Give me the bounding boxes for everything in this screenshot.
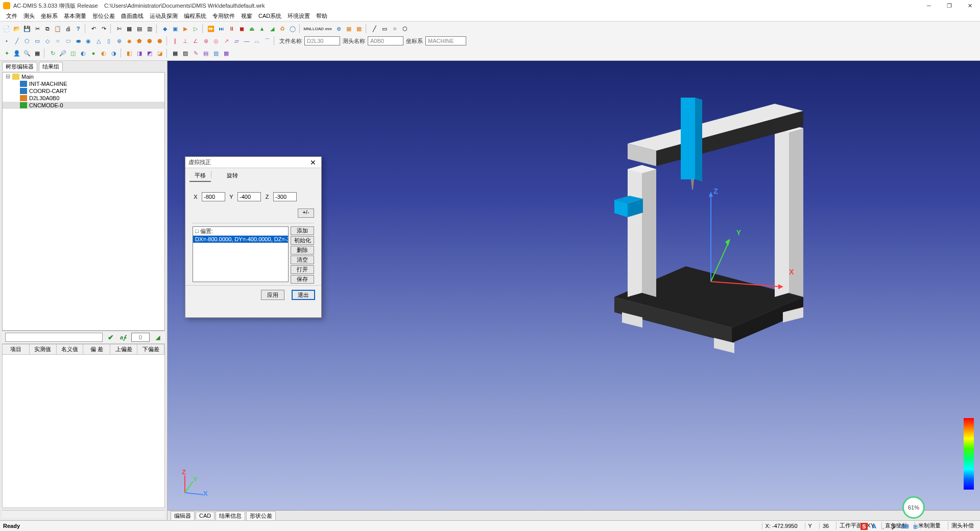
tb-c7-icon[interactable]: ◫ <box>68 49 78 58</box>
tree-item-cncmode[interactable]: CNCMODE-0 <box>3 102 164 109</box>
tb-mm-icon[interactable]: mm <box>324 24 333 33</box>
tb-m1-icon[interactable]: ▦ <box>171 49 180 58</box>
menu-window[interactable]: 视窗 <box>239 11 254 21</box>
tb-rect-icon[interactable]: ▭ <box>33 36 42 45</box>
tb-help-icon[interactable]: ? <box>74 24 83 33</box>
tb-table-icon[interactable]: ▥ <box>145 24 154 33</box>
tb-cyl-icon[interactable]: ⬭ <box>63 36 73 45</box>
tb-poly-icon[interactable]: ⬠ <box>22 36 32 45</box>
tb-cube1-icon[interactable]: ◧ <box>125 49 134 58</box>
tb-print-icon[interactable]: 🖨 <box>63 24 73 33</box>
init-button[interactable]: 初始化 <box>291 236 314 245</box>
col-item[interactable]: 项目 <box>3 344 30 354</box>
tb-undo-icon[interactable]: ↶ <box>89 24 98 33</box>
tree-body[interactable]: ⊟ Main INIT-MACHINE COORD-CART D2L30A0B0… <box>2 72 165 331</box>
delete-button[interactable]: 删除 <box>291 246 314 255</box>
tb-cyl2-icon[interactable]: ▯ <box>104 36 113 45</box>
tb-ff-icon[interactable]: ⏩ <box>206 24 216 33</box>
file-name-input[interactable] <box>304 36 340 45</box>
dlg-tab-rotate[interactable]: 旋转 <box>222 170 243 182</box>
tb-sph-icon[interactable]: ◉ <box>84 36 93 45</box>
tb-c1-icon[interactable]: ✦ <box>2 49 11 58</box>
menu-env-settings[interactable]: 环境设置 <box>285 11 312 21</box>
menu-cad-sys[interactable]: CAD系统 <box>256 11 283 21</box>
vp-tab-shape-tol[interactable]: 形状公差 <box>246 511 276 520</box>
tb-stop2-icon[interactable]: ◼ <box>237 24 246 33</box>
auto-format-icon[interactable]: a∱ <box>119 333 127 341</box>
tray-grid-icon[interactable]: ⊞ <box>912 523 919 530</box>
tb-eject-icon[interactable]: ⏏ <box>247 24 256 33</box>
y-input[interactable] <box>237 192 261 201</box>
tb-green1-icon[interactable]: ▲ <box>257 24 267 33</box>
add-button[interactable]: 添加 <box>291 226 314 235</box>
tb-open-icon[interactable]: 📂 <box>12 24 21 33</box>
tb-p2-icon[interactable]: ⬟ <box>135 36 144 45</box>
tb-copy-icon[interactable]: ⧉ <box>43 24 52 33</box>
tb-zoom-icon[interactable]: 🔍 <box>22 49 32 58</box>
tb-m5-icon[interactable]: ▥ <box>211 49 221 58</box>
window-maximize[interactable]: ❐ <box>939 0 960 11</box>
menu-basic-measure[interactable]: 基本测量 <box>62 11 88 21</box>
col-measured[interactable]: 实测值 <box>30 344 57 354</box>
tb-flat-icon[interactable]: ▱ <box>232 36 241 45</box>
col-nominal[interactable]: 名义值 <box>57 344 84 354</box>
tb-rect2-icon[interactable]: ◇ <box>43 36 52 45</box>
check-icon[interactable]: ✔ <box>107 333 115 341</box>
tb-cube4-icon[interactable]: ◪ <box>155 49 164 58</box>
grid-body[interactable] <box>2 355 165 508</box>
tb-grid-icon[interactable]: ▦ <box>344 24 353 33</box>
tb-next-icon[interactable]: ⏭ <box>217 24 226 33</box>
tb-c10-icon[interactable]: ◐ <box>99 49 108 58</box>
tree-item-init-machine[interactable]: INIT-MACHINE <box>3 80 164 87</box>
tb-scissors-icon[interactable]: ✄ <box>114 24 124 33</box>
tray-comma-icon[interactable]: 、 <box>881 523 888 530</box>
tb-load-icon[interactable]: LOAD <box>314 24 323 33</box>
col-upper[interactable]: 上偏差 <box>110 344 137 354</box>
tray-mic-icon[interactable]: 🎤 <box>891 523 898 530</box>
tb-document-icon[interactable]: ▦ <box>125 24 134 33</box>
coordsys-input[interactable] <box>425 36 466 45</box>
tb-oval-icon[interactable]: ○ <box>390 24 399 33</box>
tb-redo-icon[interactable]: ↷ <box>99 24 108 33</box>
menu-surface-curve[interactable]: 曲面曲线 <box>119 11 146 21</box>
window-minimize[interactable]: ─ <box>919 0 939 11</box>
tb-c6-icon[interactable]: 🔎 <box>58 49 67 58</box>
tb-m2-icon[interactable]: ▨ <box>181 49 190 58</box>
tb-c8-icon[interactable]: ◐ <box>79 49 88 58</box>
tray-s-icon[interactable]: S <box>861 523 868 530</box>
tb-go-icon[interactable]: ▷ <box>191 24 200 33</box>
tb-clipboard-icon[interactable]: ▤ <box>135 24 144 33</box>
tb-green2-icon[interactable]: ◢ <box>268 24 277 33</box>
tree-root[interactable]: ⊟ Main <box>3 73 164 80</box>
window-close[interactable]: ✕ <box>960 0 980 11</box>
tb-box-icon[interactable]: ▭ <box>380 24 389 33</box>
tray-keyboard-icon[interactable]: ⌨ <box>901 523 909 530</box>
col-lower[interactable]: 下偏差 <box>137 344 164 354</box>
tb-perp-icon[interactable]: ⊥ <box>181 36 190 45</box>
tb-pol-icon[interactable]: ⊕ <box>334 24 343 33</box>
z-input[interactable] <box>273 192 297 201</box>
probe-name-input[interactable] <box>368 36 403 45</box>
tb-save-icon[interactable]: 💾 <box>22 24 32 33</box>
menu-probe[interactable]: 测头 <box>21 11 37 21</box>
tb-prof2-icon[interactable]: ⌒ <box>262 36 272 45</box>
command-input[interactable] <box>5 333 103 342</box>
tb-dirloop-icon[interactable]: ♻ <box>278 24 287 33</box>
tb-blue2-icon[interactable]: ▣ <box>171 24 180 33</box>
tb-m4-icon[interactable]: ▤ <box>201 49 210 58</box>
clear-button[interactable]: 清空 <box>291 256 314 264</box>
tb-mnl-icon[interactable]: MNL <box>303 24 313 33</box>
tab-tree-editor[interactable]: 树形编辑器 <box>2 62 37 71</box>
tb-line2-icon[interactable]: ╱ <box>12 36 21 45</box>
save-button[interactable]: 保存 <box>291 275 314 284</box>
tb-cube3-icon[interactable]: ◩ <box>145 49 154 58</box>
dialog-titlebar[interactable]: 虚拟找正 ✕ <box>185 157 321 168</box>
menu-coordsys[interactable]: 坐标系 <box>39 11 60 21</box>
eraser-icon[interactable]: ◢ <box>154 333 162 341</box>
tb-conc-icon[interactable]: ◎ <box>211 36 221 45</box>
tab-result-group[interactable]: 结果组 <box>39 62 63 71</box>
tb-arrow-icon[interactable]: ▶ <box>181 24 190 33</box>
tb-grid2-icon[interactable]: ▩ <box>354 24 364 33</box>
x-input[interactable] <box>202 192 225 201</box>
menu-special-sw[interactable]: 专用软件 <box>210 11 237 21</box>
